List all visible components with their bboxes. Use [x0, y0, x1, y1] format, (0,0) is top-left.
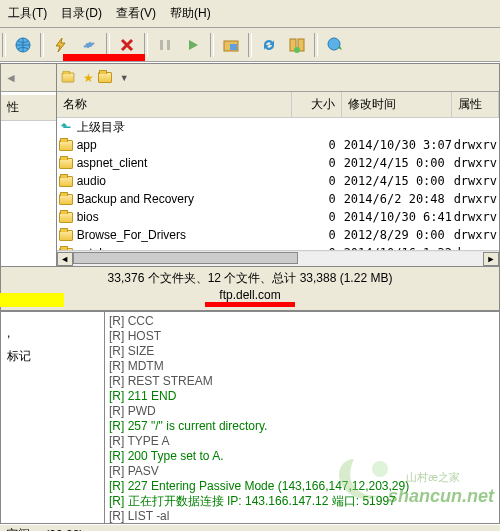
log-line: [R] 正在打开数据连接 IP: 143.166.147.12 端口: 5199…: [109, 494, 495, 509]
host-text: ftp.dell.com: [1, 288, 499, 302]
link-icon[interactable]: [78, 34, 100, 56]
left-header: 性: [1, 92, 56, 121]
file-attr: drwxrv: [454, 156, 497, 170]
folder-icon: [59, 194, 73, 205]
folder-icon: [59, 212, 73, 223]
log-line: [R] MDTM: [109, 359, 495, 374]
up-arrow-icon: ⬑: [59, 120, 73, 134]
table-row[interactable]: Browse_For_Drivers02012/8/29 0:00drwxrv: [57, 226, 499, 244]
status-bar: 空闲. (00:28): [0, 524, 500, 531]
file-date: 2014/6/2 20:48: [344, 192, 454, 206]
log-line: [R] 227 Entering Passive Mode (143,166,1…: [109, 479, 495, 494]
folder-icon: [59, 176, 73, 187]
separator: [144, 33, 148, 57]
file-name: Browse_For_Drivers: [77, 228, 186, 242]
log-line: [R] LIST -al: [109, 509, 495, 524]
file-date: 2012/4/15 0:00: [344, 174, 454, 188]
left-panel: ◄ 性: [0, 63, 56, 267]
table-row[interactable]: audio02012/4/15 0:00drwxrv: [57, 172, 499, 190]
status-idle: 空闲.: [6, 526, 33, 531]
file-size: 0: [294, 138, 344, 152]
scroll-right-icon[interactable]: ►: [483, 252, 499, 266]
table-row[interactable]: bios02014/10/30 6:41drwxrv: [57, 208, 499, 226]
menu-tools[interactable]: 工具(T): [2, 3, 53, 24]
log-line: [R] 257 "/" is current directory.: [109, 419, 495, 434]
folder-blue-icon[interactable]: [220, 34, 242, 56]
header-size[interactable]: 大小: [292, 92, 342, 117]
log-line: [R] PASV: [109, 464, 495, 479]
scroll-left-icon[interactable]: ◄: [57, 252, 73, 266]
horizontal-scrollbar[interactable]: ◄ ►: [57, 250, 499, 266]
globe-go-icon[interactable]: [324, 34, 346, 56]
chevron-left-icon[interactable]: ◄: [5, 71, 17, 85]
separator: [314, 33, 318, 57]
header-attr[interactable]: 属性: [452, 92, 499, 117]
mini-toolbar: ◄: [1, 64, 56, 92]
compare-icon[interactable]: [286, 34, 308, 56]
table-row[interactable]: Backup and Recovery02014/6/2 20:48drwxrv: [57, 190, 499, 208]
star-icon[interactable]: ★: [83, 71, 94, 85]
file-size: 0: [294, 156, 344, 170]
log-line: [R] PWD: [109, 404, 495, 419]
svg-point-8: [328, 38, 340, 50]
mark-row: ,: [1, 326, 104, 340]
chevron-down-icon[interactable]: ▼: [120, 73, 129, 83]
header-date[interactable]: 修改时间: [342, 92, 452, 117]
menu-help[interactable]: 帮助(H): [164, 3, 217, 24]
folder-icon: [61, 73, 74, 83]
file-name: bios: [77, 210, 99, 224]
file-date: 2014/10/30 3:07: [344, 138, 454, 152]
status-time: (00:28): [45, 528, 83, 532]
refresh-icon[interactable]: [258, 34, 280, 56]
log-line: [R] TYPE A: [109, 434, 495, 449]
file-size: 0: [294, 192, 344, 206]
folder-icon[interactable]: [98, 72, 112, 83]
parent-dir-row[interactable]: ⬑上级目录: [57, 118, 499, 136]
file-size: 0: [294, 228, 344, 242]
summary-text: 33,376 个文件夹、12 个文件、总计 33,388 (1.22 MB): [1, 270, 499, 287]
log-line: [R] SIZE: [109, 344, 495, 359]
table-row[interactable]: aspnet_client02012/4/15 0:00drwxrv: [57, 154, 499, 172]
file-attr: drwxrv: [454, 174, 497, 188]
annotation-underline: [205, 302, 295, 307]
menu-dir[interactable]: 目录(D): [55, 3, 108, 24]
summary-bar: 33,376 个文件夹、12 个文件、总计 33,388 (1.22 MB) f…: [0, 267, 500, 311]
file-panel: ★ ▼ 名称 大小 修改时间 属性 ⬑上级目录 app02014/10/30 3…: [56, 63, 500, 267]
separator: [40, 33, 44, 57]
file-date: 2012/8/29 0:00: [344, 228, 454, 242]
separator: [248, 33, 252, 57]
pause-icon[interactable]: [154, 34, 176, 56]
file-list[interactable]: ⬑上级目录 app02014/10/30 3:07drwxrvaspnet_cl…: [57, 118, 499, 250]
log-line: [R] HOST: [109, 329, 495, 344]
lightning-icon[interactable]: [50, 34, 72, 56]
header-name[interactable]: 名称: [57, 92, 292, 117]
lower-left-panel: , 标记: [0, 311, 105, 524]
globe-icon[interactable]: [12, 34, 34, 56]
file-attr: drwxrv: [454, 228, 497, 242]
svg-rect-1: [160, 40, 163, 50]
close-icon[interactable]: [116, 34, 138, 56]
file-name: Backup and Recovery: [77, 192, 194, 206]
menu-view[interactable]: 查看(V): [110, 3, 162, 24]
folder-icon: [59, 230, 73, 241]
file-date: 2012/4/15 0:00: [344, 156, 454, 170]
mark-label: 标记: [1, 340, 104, 373]
file-size: 0: [294, 210, 344, 224]
scroll-thumb[interactable]: [73, 252, 299, 264]
log-panel[interactable]: [R] CCC[R] HOST[R] SIZE[R] MDTM[R] REST …: [105, 311, 500, 524]
svg-rect-4: [230, 44, 237, 50]
menu-bar: 工具(T) 目录(D) 查看(V) 帮助(H): [0, 0, 500, 28]
annotation-underline: [63, 54, 145, 61]
folder-icon: [59, 248, 73, 251]
folder-icon: [59, 158, 73, 169]
file-name: aspnet_client: [77, 156, 148, 170]
path-toolbar: ★ ▼: [57, 64, 499, 92]
file-attr: drwxrv: [454, 192, 497, 206]
file-attr: drwxrv: [454, 138, 497, 152]
svg-point-7: [294, 47, 300, 53]
column-headers: 名称 大小 修改时间 属性: [57, 92, 499, 118]
separator: [210, 33, 214, 57]
play-icon[interactable]: [182, 34, 204, 56]
separator: [2, 33, 6, 57]
table-row[interactable]: app02014/10/30 3:07drwxrv: [57, 136, 499, 154]
